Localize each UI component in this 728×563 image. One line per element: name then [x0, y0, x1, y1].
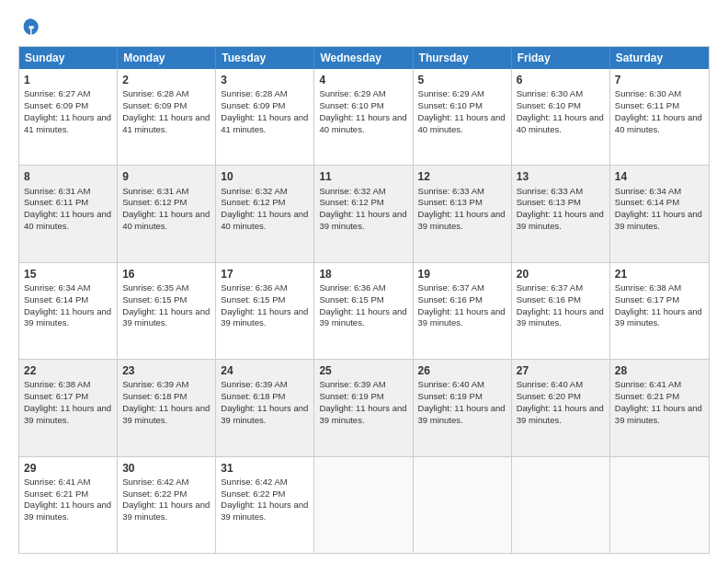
day-number: 18: [319, 267, 407, 282]
day-info: Sunset: 6:14 PM: [24, 294, 112, 306]
day-info: Daylight: 11 hours and 39 minutes.: [319, 209, 407, 233]
day-info: Sunset: 6:22 PM: [122, 488, 210, 500]
day-info: Daylight: 11 hours and 39 minutes.: [319, 306, 407, 330]
day-number: 2: [122, 73, 210, 87]
calendar: SundayMondayTuesdayWednesdayThursdayFrid…: [18, 46, 710, 554]
calendar-header: SundayMondayTuesdayWednesdayThursdayFrid…: [19, 47, 709, 69]
day-number: 31: [221, 461, 309, 476]
calendar-day-empty: [610, 457, 709, 553]
day-info: Sunrise: 6:33 AM: [418, 186, 506, 198]
day-info: Sunset: 6:12 PM: [221, 197, 309, 209]
day-number: 5: [418, 73, 506, 87]
day-info: Sunrise: 6:41 AM: [24, 477, 112, 488]
day-info: Daylight: 11 hours and 39 minutes.: [517, 209, 605, 233]
day-info: Sunset: 6:16 PM: [517, 294, 605, 306]
day-info: Daylight: 11 hours and 39 minutes.: [221, 500, 309, 523]
day-info: Sunset: 6:12 PM: [122, 197, 210, 209]
day-info: Sunset: 6:17 PM: [615, 294, 704, 306]
day-info: Sunset: 6:11 PM: [24, 197, 112, 209]
day-number: 27: [517, 363, 605, 378]
day-number: 13: [517, 169, 605, 184]
calendar-day-empty: [414, 457, 512, 553]
calendar-day-empty: [314, 457, 413, 553]
calendar-day-12: 12Sunrise: 6:33 AMSunset: 6:13 PMDayligh…: [414, 166, 512, 261]
day-number: 24: [221, 363, 309, 378]
day-number: 15: [24, 267, 112, 282]
calendar-day-6: 6Sunrise: 6:30 AMSunset: 6:10 PMDaylight…: [512, 69, 610, 165]
day-info: Sunrise: 6:39 AM: [122, 379, 210, 391]
calendar-day-29: 29Sunrise: 6:41 AMSunset: 6:21 PMDayligh…: [19, 457, 118, 553]
day-info: Daylight: 11 hours and 39 minutes.: [615, 403, 704, 427]
day-number: 9: [122, 169, 210, 184]
calendar-day-17: 17Sunrise: 6:36 AMSunset: 6:15 PMDayligh…: [216, 263, 314, 359]
calendar-day-25: 25Sunrise: 6:39 AMSunset: 6:19 PMDayligh…: [314, 360, 413, 455]
day-number: 25: [319, 363, 407, 378]
calendar-week-2: 8Sunrise: 6:31 AMSunset: 6:11 PMDaylight…: [19, 165, 709, 261]
day-number: 19: [418, 267, 506, 282]
day-info: Sunrise: 6:38 AM: [615, 282, 704, 294]
day-info: Sunset: 6:18 PM: [221, 391, 309, 403]
day-info: Sunrise: 6:34 AM: [24, 282, 112, 294]
day-info: Sunrise: 6:34 AM: [615, 186, 704, 198]
calendar-day-2: 2Sunrise: 6:28 AMSunset: 6:09 PMDaylight…: [118, 69, 216, 165]
day-number: 10: [221, 169, 309, 184]
day-info: Sunrise: 6:39 AM: [319, 379, 407, 391]
day-info: Sunrise: 6:30 AM: [517, 88, 605, 100]
day-number: 12: [418, 169, 506, 184]
day-info: Sunrise: 6:31 AM: [122, 186, 210, 198]
day-number: 14: [615, 169, 704, 184]
day-info: Daylight: 11 hours and 40 minutes.: [615, 112, 704, 136]
day-info: Sunset: 6:18 PM: [122, 391, 210, 403]
day-number: 26: [418, 363, 506, 378]
day-info: Sunrise: 6:28 AM: [122, 88, 210, 100]
day-info: Sunset: 6:16 PM: [418, 294, 506, 306]
day-info: Sunrise: 6:42 AM: [221, 477, 309, 488]
calendar-day-21: 21Sunrise: 6:38 AMSunset: 6:17 PMDayligh…: [610, 263, 709, 359]
day-info: Sunrise: 6:29 AM: [319, 88, 407, 100]
calendar-day-13: 13Sunrise: 6:33 AMSunset: 6:13 PMDayligh…: [512, 166, 610, 261]
calendar-day-20: 20Sunrise: 6:37 AMSunset: 6:16 PMDayligh…: [512, 263, 610, 359]
day-info: Daylight: 11 hours and 39 minutes.: [319, 403, 407, 427]
calendar-day-26: 26Sunrise: 6:40 AMSunset: 6:19 PMDayligh…: [414, 360, 512, 455]
day-number: 6: [517, 73, 605, 87]
day-number: 21: [615, 267, 704, 282]
day-number: 8: [24, 169, 112, 184]
header-cell-wednesday: Wednesday: [314, 47, 413, 69]
calendar-day-9: 9Sunrise: 6:31 AMSunset: 6:12 PMDaylight…: [118, 166, 216, 261]
calendar-week-4: 22Sunrise: 6:38 AMSunset: 6:17 PMDayligh…: [19, 359, 709, 455]
day-info: Daylight: 11 hours and 39 minutes.: [418, 403, 506, 427]
day-info: Sunset: 6:13 PM: [418, 197, 506, 209]
day-info: Daylight: 11 hours and 41 minutes.: [24, 112, 112, 136]
day-info: Sunrise: 6:42 AM: [122, 477, 210, 488]
day-info: Sunset: 6:14 PM: [615, 197, 704, 209]
day-info: Daylight: 11 hours and 39 minutes.: [24, 403, 112, 427]
day-number: 22: [24, 363, 112, 378]
calendar-day-16: 16Sunrise: 6:35 AMSunset: 6:15 PMDayligh…: [118, 263, 216, 359]
day-info: Sunset: 6:15 PM: [221, 294, 309, 306]
calendar-week-3: 15Sunrise: 6:34 AMSunset: 6:14 PMDayligh…: [19, 262, 709, 359]
day-info: Sunset: 6:15 PM: [319, 294, 407, 306]
day-number: 20: [517, 267, 605, 282]
day-info: Daylight: 11 hours and 39 minutes.: [221, 403, 309, 427]
calendar-body: 1Sunrise: 6:27 AMSunset: 6:09 PMDaylight…: [19, 69, 709, 553]
day-info: Sunrise: 6:39 AM: [221, 379, 309, 391]
day-info: Sunset: 6:21 PM: [615, 391, 704, 403]
calendar-day-1: 1Sunrise: 6:27 AMSunset: 6:09 PMDaylight…: [19, 69, 118, 165]
calendar-day-31: 31Sunrise: 6:42 AMSunset: 6:22 PMDayligh…: [216, 457, 314, 553]
day-info: Daylight: 11 hours and 39 minutes.: [615, 209, 704, 233]
calendar-day-5: 5Sunrise: 6:29 AMSunset: 6:10 PMDaylight…: [414, 69, 512, 165]
day-info: Sunrise: 6:36 AM: [319, 282, 407, 294]
day-info: Sunset: 6:21 PM: [24, 488, 112, 500]
day-info: Daylight: 11 hours and 41 minutes.: [122, 112, 210, 136]
calendar-day-10: 10Sunrise: 6:32 AMSunset: 6:12 PMDayligh…: [216, 166, 314, 261]
day-number: 7: [615, 73, 704, 87]
calendar-week-1: 1Sunrise: 6:27 AMSunset: 6:09 PMDaylight…: [19, 69, 709, 165]
calendar-day-empty: [512, 457, 610, 553]
day-info: Daylight: 11 hours and 39 minutes.: [24, 306, 112, 330]
day-number: 11: [319, 169, 407, 184]
logo: [18, 17, 40, 37]
header-cell-saturday: Saturday: [610, 47, 709, 69]
day-info: Daylight: 11 hours and 39 minutes.: [615, 306, 704, 330]
day-info: Daylight: 11 hours and 41 minutes.: [221, 112, 309, 136]
day-info: Daylight: 11 hours and 40 minutes.: [517, 112, 605, 136]
